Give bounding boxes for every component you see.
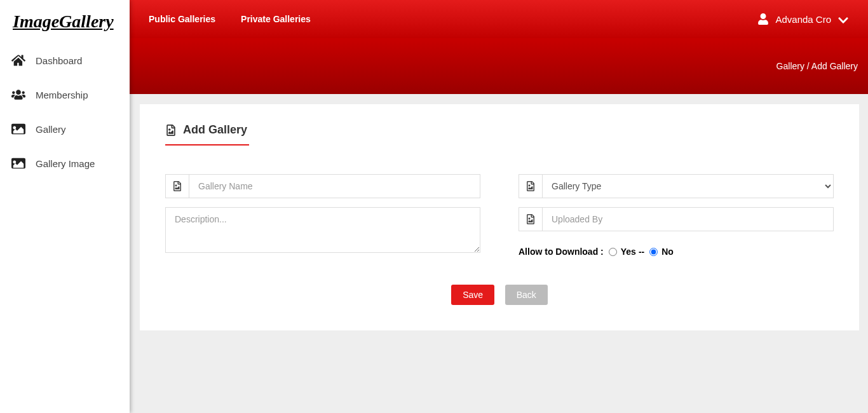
sidebar-item-gallery-image[interactable]: Gallery Image xyxy=(0,146,130,180)
title-underline xyxy=(165,144,249,146)
allow-download-row: Allow to Download : Yes -- No xyxy=(519,247,834,257)
file-image-icon xyxy=(526,214,536,224)
topbar: Public Galleries Private Galleries Advan… xyxy=(130,0,868,38)
description-textarea[interactable] xyxy=(165,207,480,253)
brand-logo: ImageGallery xyxy=(0,0,130,43)
page-title: Add Gallery xyxy=(165,123,834,137)
content-card: Add Gallery Gallery Type xyxy=(140,104,859,330)
breadcrumb-banner: Gallery / Add Gallery xyxy=(130,38,868,94)
image-icon xyxy=(11,156,25,170)
gallery-type-group: Gallery Type xyxy=(519,174,834,198)
user-menu[interactable]: Advanda Cro xyxy=(757,13,849,25)
users-icon xyxy=(11,88,25,102)
back-button[interactable]: Back xyxy=(505,285,548,305)
sidebar-item-label: Gallery xyxy=(36,124,66,135)
save-button[interactable]: Save xyxy=(451,285,494,305)
page-title-text: Add Gallery xyxy=(183,123,247,137)
chevron-down-icon xyxy=(837,15,849,26)
allow-download-no-label: No xyxy=(661,247,674,257)
sidebar-item-label: Membership xyxy=(36,90,88,100)
top-nav: Public Galleries Private Galleries xyxy=(149,14,311,24)
allow-download-no-radio[interactable] xyxy=(649,248,658,256)
allow-download-yes-label: Yes xyxy=(621,247,636,257)
sidebar: ImageGallery Dashboard Membership Galler… xyxy=(0,0,130,413)
file-image-icon xyxy=(165,125,177,136)
home-icon xyxy=(11,53,25,67)
gallery-name-group xyxy=(165,174,480,198)
sidebar-item-dashboard[interactable]: Dashboard xyxy=(0,43,130,78)
form-actions: Save Back xyxy=(165,285,834,305)
uploaded-by-addon xyxy=(519,207,543,231)
user-icon xyxy=(757,13,769,25)
allow-download-separator: -- xyxy=(639,247,644,257)
allow-download-yes-radio[interactable] xyxy=(609,248,617,256)
sidebar-item-gallery[interactable]: Gallery xyxy=(0,112,130,146)
file-image-icon xyxy=(526,181,536,191)
image-icon xyxy=(11,122,25,136)
topnav-public-galleries[interactable]: Public Galleries xyxy=(149,14,215,24)
sidebar-item-label: Gallery Image xyxy=(36,158,95,169)
breadcrumb: Gallery / Add Gallery xyxy=(776,61,858,71)
sidebar-item-label: Dashboard xyxy=(36,55,82,66)
sidebar-item-membership[interactable]: Membership xyxy=(0,78,130,112)
gallery-name-input[interactable] xyxy=(189,174,480,198)
allow-download-label: Allow to Download : xyxy=(519,247,604,257)
gallery-name-addon xyxy=(165,174,189,198)
file-image-icon xyxy=(172,181,182,191)
uploaded-by-input[interactable] xyxy=(543,207,834,231)
gallery-type-select[interactable]: Gallery Type xyxy=(543,174,834,198)
uploaded-by-group xyxy=(519,207,834,231)
user-name: Advanda Cro xyxy=(775,14,831,25)
gallery-type-addon xyxy=(519,174,543,198)
topnav-private-galleries[interactable]: Private Galleries xyxy=(241,14,311,24)
